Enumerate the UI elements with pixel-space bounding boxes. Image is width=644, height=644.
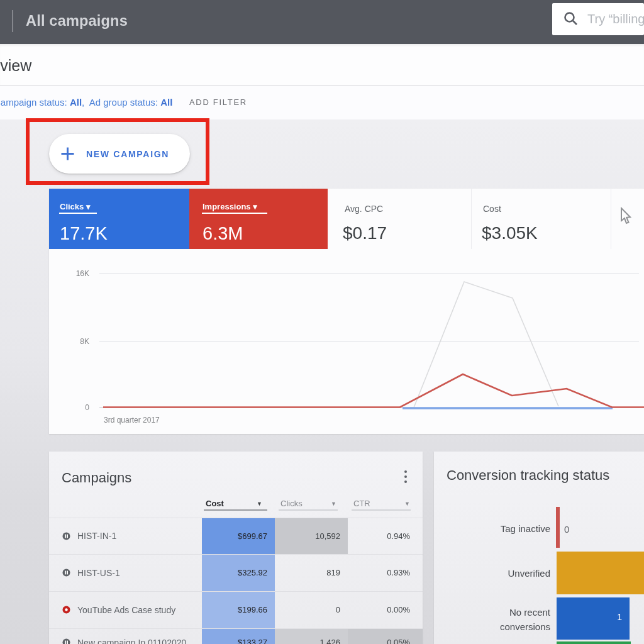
svg-text:8K: 8K [80, 337, 89, 346]
svg-text:16K: 16K [76, 269, 89, 278]
svg-text:0: 0 [85, 403, 89, 412]
svg-text:3rd quarter 2017: 3rd quarter 2017 [104, 416, 160, 425]
